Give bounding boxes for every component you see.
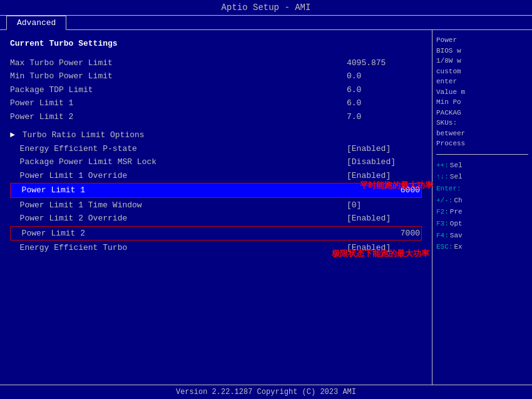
key-f3: F3: [436,218,449,230]
submenu-label: ► Turbo Ratio Limit Options [10,129,422,142]
submenu-arrow-icon: ► [10,130,15,140]
help-separator [436,154,528,155]
tab-area: Advanced [0,16,532,30]
pl2-value: 7000 [401,227,420,240]
setting-row-min-turbo: Min Turbo Power Limit 0.0 [10,70,422,83]
max-turbo-label: Max Turbo Power Limit [10,57,347,70]
footer-text: Version 2.22.1287 Copyright (C) 2023 AMI [176,388,356,396]
energy-efficient-pstate-row[interactable]: Energy Efficient P-state [Enabled] [10,142,422,156]
annotation-pl1: 平时能跑的最大功率 [360,179,432,192]
energy-pstate-value: [Enabled] [347,143,422,155]
pkg-msr-lock-value: [Disabled] [347,156,422,168]
key-f2-desc: Pre [450,206,463,218]
pl1-time-window-value: [0] [347,199,422,212]
help-line-7: PACKAG [436,108,528,118]
help-line-8: SKUs: [436,118,528,128]
help-line-0: Power [436,35,528,46]
pkg-tdp-value: 6.0 [347,84,422,96]
key-plusminus: +/-: [436,195,453,207]
key-hint-plusplus: ++: Sel [436,160,528,172]
key-hint-esc: ESC: Ex [436,241,528,253]
help-line-10: Process [436,138,528,149]
annotation-pl2: 极限状态下能跑的最大功率 [332,247,429,260]
key-hint-updown: ↑↓: Sel [436,171,528,183]
pl1-override-label: Power Limit 1 Override [10,170,347,182]
title-bar: Aptio Setup - AMI [0,0,532,16]
key-plusplus-desc: Sel [450,160,463,172]
help-line-6: Min Po [436,97,528,108]
pl2-row[interactable]: Power Limit 2 7000 [10,226,422,241]
pl1-static-label: Power Limit 1 [10,97,347,110]
setting-row-pl1-static: Power Limit 1 6.0 [10,96,422,110]
min-turbo-value: 0.0 [347,70,422,83]
key-hint-enter: Enter: [436,183,528,195]
key-f2: F2: [436,206,449,218]
pl1-time-window-row[interactable]: Power Limit 1 Time Window [0] [10,199,422,212]
key-f4-desc: Sav [450,230,463,242]
key-enter: Enter: [436,183,461,195]
setting-row-pkg-tdp: Package TDP Limit 6.0 [10,83,422,97]
help-line-9: betweer [436,128,528,139]
key-updown-desc: Sel [450,171,463,183]
key-hint-f2: F2: Pre [436,206,528,218]
key-plusplus: ++: [436,160,449,172]
pkg-msr-lock-label: Package Power Limit MSR Lock [10,156,347,168]
help-line-5: Value m [436,87,528,98]
tab-advanced[interactable]: Advanced [6,16,66,30]
pkg-tdp-label: Package TDP Limit [10,84,347,96]
footer: Version 2.22.1287 Copyright (C) 2023 AMI [0,385,532,399]
app-title: Aptio Setup - AMI [222,3,311,13]
help-line-4: enter [436,76,528,87]
setting-row-pl2-static: Power Limit 2 7.0 [10,110,422,124]
help-line-3: custom [436,66,528,77]
key-hints: ++: Sel ↑↓: Sel Enter: +/-: Ch F2: Pr [436,160,528,254]
key-esc: ESC: [436,241,453,253]
center-panel: Current Turbo Settings Max Turbo Power L… [0,30,432,385]
pl2-static-value: 7.0 [347,111,422,123]
pl2-override-label: Power Limit 2 Override [10,212,347,225]
key-esc-desc: Ex [454,241,462,253]
pl2-override-row[interactable]: Power Limit 2 Override [Enabled] [10,212,422,225]
pl2-label: Power Limit 2 [12,227,85,240]
key-hint-f3: F3: Opt [436,218,528,230]
help-line-2: 1/8W w [436,56,528,66]
help-line-1: BIOS w [436,46,528,56]
pl1-selected-label: Power Limit 1 [12,184,85,197]
max-turbo-value: 4095.875 [347,57,422,70]
pl1-static-value: 6.0 [347,97,422,110]
key-hint-f4: F4: Sav [436,230,528,242]
section-title: Current Turbo Settings [10,38,422,50]
key-updown: ↑↓: [436,171,449,183]
key-plusminus-desc: Ch [454,195,462,207]
pl1-time-window-label: Power Limit 1 Time Window [10,199,347,212]
pl2-static-label: Power Limit 2 [10,111,347,123]
energy-turbo-label: Energy Efficient Turbo [10,242,347,254]
min-turbo-label: Min Turbo Power Limit [10,70,347,83]
pkg-msr-lock-row[interactable]: Package Power Limit MSR Lock [Disabled] [10,155,422,169]
right-panel: Power BIOS w 1/8W w custom enter Value m… [432,30,532,385]
pl2-override-value: [Enabled] [347,212,422,225]
setting-row-max-turbo: Max Turbo Power Limit 4095.875 [10,56,422,70]
key-f4: F4: [436,230,449,242]
main-content: Current Turbo Settings Max Turbo Power L… [0,30,532,385]
key-hint-plusminus: +/-: Ch [436,195,528,207]
help-text: Power BIOS w 1/8W w custom enter Value m… [436,35,528,149]
energy-pstate-label: Energy Efficient P-state [10,143,347,155]
turbo-ratio-submenu[interactable]: ► Turbo Ratio Limit Options [10,128,422,142]
key-f3-desc: Opt [450,218,463,230]
